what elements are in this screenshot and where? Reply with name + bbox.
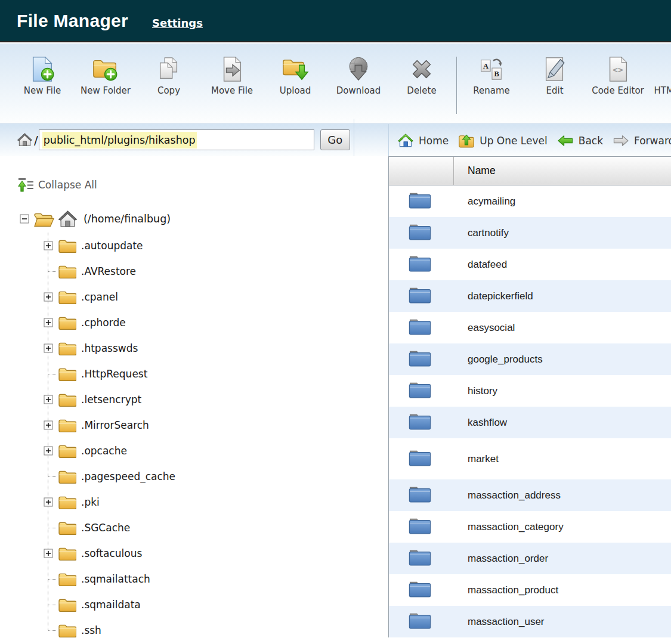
nav-button-up-one-level[interactable]: Up One Level xyxy=(458,133,548,148)
file-row-datepickerfield[interactable]: datepickerfield xyxy=(389,280,671,312)
tree-item--sgcache[interactable]: .SGCache xyxy=(0,515,382,540)
tree-item--opcache[interactable]: .opcache xyxy=(0,438,382,463)
move-file-icon xyxy=(218,55,246,83)
expand-expander-icon[interactable] xyxy=(44,292,53,304)
expand-expander-icon[interactable] xyxy=(44,318,53,330)
toolbar-button-edit[interactable]: Edit xyxy=(523,55,586,97)
tree-item--letsencrypt[interactable]: .letsencrypt xyxy=(0,386,382,412)
tree-item--mirrorsearch[interactable]: .MirrorSearch xyxy=(0,412,382,438)
file-row-massaction-product[interactable]: massaction_product xyxy=(389,574,671,606)
collapse-expander-icon[interactable] xyxy=(20,214,29,226)
file-row-massaction-user[interactable]: massaction_user xyxy=(389,606,671,637)
tree-item--httprequest[interactable]: .HttpRequest xyxy=(0,361,382,386)
forward-icon xyxy=(613,133,634,148)
file-row-history[interactable]: history xyxy=(389,375,671,407)
file-row-acymailing[interactable]: acymailing xyxy=(389,185,671,217)
expand-expander-icon[interactable] xyxy=(44,241,53,253)
toolbar-button-download[interactable]: Download xyxy=(327,55,390,97)
expand-expander-icon[interactable] xyxy=(44,497,53,509)
tree-item-label: .SGCache xyxy=(81,522,130,534)
tree-item-label: .pki xyxy=(81,496,100,508)
file-row-market[interactable]: market xyxy=(389,438,671,479)
file-row-name: massaction_order xyxy=(454,553,548,565)
tree-item--sqmailattach[interactable]: .sqmailattach xyxy=(0,566,382,592)
tree-item--htpasswds[interactable]: .htpasswds xyxy=(0,335,382,361)
file-row-name: datafeed xyxy=(454,259,507,271)
tree-item--cphorde[interactable]: .cphorde xyxy=(0,309,382,335)
toolbar-button-label: Rename xyxy=(473,85,510,97)
tree-item-root[interactable]: (/home/finalbug) xyxy=(0,205,382,233)
file-row-icon-cell xyxy=(389,547,454,569)
svg-text:B: B xyxy=(494,70,499,78)
file-row-icon-cell xyxy=(389,253,454,275)
file-row-google-products[interactable]: google_products xyxy=(389,343,671,375)
toolbar-button-html-editor[interactable]: </>HTML Editor xyxy=(650,55,671,97)
toolbar-button-delete[interactable]: Delete xyxy=(390,55,453,97)
column-header-name[interactable]: Name xyxy=(454,157,671,185)
file-row-massaction-address[interactable]: massaction_address xyxy=(389,479,671,511)
folder-icon xyxy=(58,494,76,509)
expand-expander-icon[interactable] xyxy=(44,549,53,561)
folder-blue-icon xyxy=(408,611,432,630)
toolbar-button-code-editor[interactable]: <>Code Editor xyxy=(586,55,650,97)
folder-blue-icon xyxy=(408,579,432,599)
tree-item--cpanel[interactable]: .cpanel xyxy=(0,284,382,309)
path-input[interactable]: public_html/plugins/hikashop xyxy=(39,129,314,150)
tree-item--pagespeed-cache[interactable]: .pagespeed_cache xyxy=(0,463,382,489)
new-folder-icon xyxy=(92,55,119,83)
toolbar-button-label: Delete xyxy=(407,85,436,97)
file-row-massaction-category[interactable]: massaction_category xyxy=(389,511,671,543)
tree-item--ssh[interactable]: .ssh xyxy=(0,617,382,643)
toolbar-button-rename[interactable]: ABRename xyxy=(460,55,523,97)
folder-blue-icon xyxy=(408,317,432,336)
folder-blue-icon xyxy=(408,484,432,504)
folder-blue-icon xyxy=(408,411,432,431)
svg-text:<>: <> xyxy=(613,65,623,75)
nav-button-forward[interactable]: Forward xyxy=(613,133,671,148)
toolbar-button-move-file[interactable]: Move File xyxy=(200,55,264,97)
nav-button-back[interactable]: Back xyxy=(557,133,603,148)
toolbar-button-upload[interactable]: Upload xyxy=(264,55,327,97)
file-list-panel: Name acymailingcartnotifydatafeeddatepic… xyxy=(388,156,671,637)
toolbar-button-copy[interactable]: Copy xyxy=(137,55,200,97)
file-row-icon-cell xyxy=(389,222,454,244)
file-row-name: massaction_address xyxy=(454,490,561,501)
collapse-all-button[interactable]: Collapse All xyxy=(17,178,131,192)
folder-icon xyxy=(58,597,76,612)
home-icon xyxy=(17,132,33,147)
toolbar-button-new-folder[interactable]: New Folder xyxy=(74,55,137,97)
tree-item--sqmaildata[interactable]: .sqmaildata xyxy=(0,592,382,617)
tree-item--autoupdate[interactable]: .autoupdate xyxy=(0,233,382,258)
expand-expander-icon[interactable] xyxy=(44,446,53,458)
file-row-easysocial[interactable]: easysocial xyxy=(389,312,671,343)
file-row-icon-cell xyxy=(389,611,454,633)
tree-item--avrestore[interactable]: .AVRestore xyxy=(0,258,382,284)
page-title: File Manager xyxy=(17,11,128,31)
tree-item--softaculous[interactable]: .softaculous xyxy=(0,540,382,566)
tree-item-label: .sqmaildata xyxy=(81,599,141,611)
file-row-kashflow[interactable]: kashflow xyxy=(389,407,671,438)
tree-item--pki[interactable]: .pki xyxy=(0,489,382,515)
nav-button-home[interactable]: Home xyxy=(397,133,449,148)
svg-text:A: A xyxy=(483,62,488,70)
folder-icon xyxy=(58,443,76,458)
toolbar-button-new-file[interactable]: New File xyxy=(11,55,74,97)
file-row-name: cartnotify xyxy=(454,227,509,239)
file-row-name: acymailing xyxy=(454,196,515,208)
new-file-icon xyxy=(29,55,56,83)
file-row-datafeed[interactable]: datafeed xyxy=(389,249,671,280)
folder-blue-icon xyxy=(408,547,432,567)
go-button[interactable]: Go xyxy=(320,129,350,150)
rename-icon: AB xyxy=(478,55,505,83)
file-row-name: easysocial xyxy=(454,322,515,334)
toolbar-button-label: Edit xyxy=(546,85,563,97)
file-row-icon-cell xyxy=(389,579,454,601)
expand-expander-icon[interactable] xyxy=(44,420,53,432)
expand-expander-icon[interactable] xyxy=(44,343,53,355)
file-row-massaction-order[interactable]: massaction_order xyxy=(389,543,671,574)
expand-expander-icon[interactable] xyxy=(44,395,53,407)
code-editor-icon: <> xyxy=(604,55,632,83)
folder-icon xyxy=(58,469,76,484)
settings-link[interactable]: Settings xyxy=(152,17,203,29)
file-row-cartnotify[interactable]: cartnotify xyxy=(389,217,671,249)
